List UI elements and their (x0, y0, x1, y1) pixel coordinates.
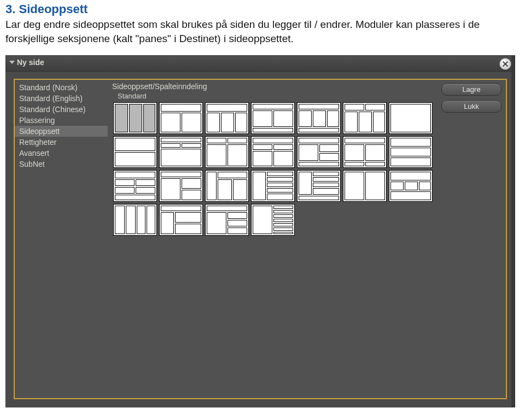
layout-thumbnail[interactable] (251, 170, 295, 202)
layout-thumbnail[interactable] (205, 204, 249, 236)
app-window: Ny side Standard (Norsk) Standard (Engli… (5, 55, 515, 407)
action-buttons: Lagre Lukk (441, 83, 501, 117)
selected-layout-label: Standard (118, 92, 435, 100)
layout-thumbnail[interactable] (297, 170, 341, 202)
sidebar-item-sideoppsett[interactable]: Sideoppsett (15, 126, 108, 137)
layout-thumbnail[interactable] (205, 102, 249, 134)
layout-thumbnail[interactable] (159, 136, 203, 168)
layout-thumbnail[interactable] (389, 136, 433, 168)
sidebar-item-avansert[interactable]: Avansert (15, 148, 108, 159)
sidebar-item-standard-norsk[interactable]: Standard (Norsk) (15, 82, 108, 93)
sidebar-item-standard-chinese[interactable]: Standard (Chinese) (15, 104, 108, 115)
layout-thumbnail[interactable] (251, 102, 295, 134)
layout-thumbnail[interactable] (343, 102, 387, 134)
sidebar-item-label: SubNet (19, 160, 45, 168)
layout-thumbnail[interactable] (205, 136, 249, 168)
layout-thumbnail[interactable] (389, 170, 433, 202)
sidebar-item-label: Avansert (19, 149, 49, 158)
sidebar-item-label: Plassering (19, 116, 55, 125)
layout-thumbnail[interactable] (389, 102, 433, 134)
layout-thumbnail[interactable] (205, 170, 249, 202)
sidebar-item-label: Standard (Chinese) (19, 105, 85, 114)
window-title: Ny side (17, 58, 44, 67)
layout-thumbnail-grid (112, 101, 435, 237)
layout-thumbnail[interactable] (113, 170, 157, 202)
workspace-panel: Standard (Norsk) Standard (English) Stan… (14, 79, 507, 399)
window-edge-strip (511, 56, 515, 407)
layout-thumbnail[interactable] (159, 170, 203, 202)
doc-section-heading: 3. Sideoppsett (5, 2, 520, 16)
window-titlebar: Ny side (6, 56, 515, 72)
sidebar-item-label: Rettigheter (19, 138, 56, 147)
sidebar-item-label: Standard (English) (19, 94, 83, 103)
sidebar-item-subnet[interactable]: SubNet (15, 159, 108, 170)
layout-thumbnail[interactable] (343, 136, 387, 168)
layout-thumbnail[interactable] (297, 136, 341, 168)
layout-thumbnail[interactable] (159, 204, 203, 236)
sidebar-item-rettigheter[interactable]: Rettigheter (15, 137, 108, 148)
sidebar: Standard (Norsk) Standard (English) Stan… (15, 80, 108, 170)
sidebar-item-label: Standard (Norsk) (19, 83, 78, 92)
close-button[interactable]: Lukk (441, 100, 501, 113)
save-button[interactable]: Lagre (441, 83, 501, 96)
layout-thumbnail[interactable] (343, 170, 387, 202)
layout-thumbnail[interactable] (297, 102, 341, 134)
layout-thumbnail[interactable] (113, 136, 157, 168)
layout-thumbnail[interactable] (251, 136, 295, 168)
main-panel: Sideoppsett/Spalteinndeling Standard (112, 82, 435, 396)
layout-thumbnail[interactable] (159, 102, 203, 134)
sidebar-item-plassering[interactable]: Plassering (15, 115, 108, 126)
close-icon[interactable] (499, 58, 511, 70)
sidebar-item-label: Sideoppsett (19, 127, 60, 136)
doc-section-body: Lar deg endre sideoppsettet som skal bru… (5, 18, 520, 45)
layout-thumbnail[interactable] (113, 204, 157, 236)
dropdown-arrow-icon[interactable] (9, 61, 15, 64)
layout-thumbnail[interactable] (113, 102, 157, 134)
sidebar-item-standard-english[interactable]: Standard (English) (15, 93, 108, 104)
layout-thumbnail[interactable] (251, 204, 295, 236)
main-panel-title: Sideoppsett/Spalteinndeling (112, 82, 435, 91)
